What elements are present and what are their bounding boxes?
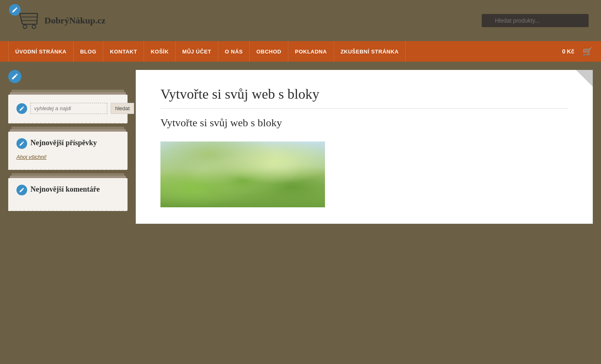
page-subtitle: Vytvořte si svůj web s bloky [160,117,568,129]
recent-posts-widget-stack: Nejnovější příspěvky Ahoj všichni! [8,132,128,170]
search-widget-card: hledat [8,95,128,123]
recent-post-link[interactable]: Ahoj všichni! [16,154,46,160]
svg-point-8 [32,25,36,29]
widget-pencil-badge-comments [16,185,27,195]
nav-items-list: ÚVODNÍ STRÁNKA BLOG KONTAKT KOŠÍK MŮJ ÚČ… [8,41,562,62]
widget-pencil-badge-posts [16,138,27,149]
pencil-icon-left [11,73,19,80]
logo-pencil-badge [9,4,21,16]
site-logo-text: DobrýNákup.cz [44,15,106,26]
pencil-icon-comments-widget [19,187,25,193]
nav-right-area: 0 Kč 🛒 [562,46,593,56]
recent-comments-title-row: Nejnovější komentáře [16,185,119,195]
header-search-wrapper: 🔍 [482,14,589,27]
nav-item-zkusebni[interactable]: ZKUŠEBNÍ STRÁNKA [334,41,406,62]
page-title: Vytvořte si svůj web s bloky [160,86,568,109]
main-content: Vytvořte si svůj web s bloky Vytvořte si… [136,70,593,224]
logo-area: DobrýNákup.cz [12,7,106,34]
painting-container [160,141,568,207]
painting-image [160,141,325,207]
recent-comments-widget-card: Nejnovější komentáře [8,178,128,211]
recent-posts-title-row: Nejnovější příspěvky [16,138,119,149]
nav-item-o-nas[interactable]: O NÁS [218,41,250,62]
svg-line-4 [37,14,38,24]
nav-item-pokladna[interactable]: POKLADNA [288,41,334,62]
logo-icon-wrapper [12,7,41,34]
recent-comments-widget-stack: Nejnovější komentáře [8,178,128,211]
nav-item-kontakt[interactable]: KONTAKT [103,41,144,62]
page-body: hledat Nejnovější příspěvky Ahoj všic [0,62,601,224]
nav-item-kosik[interactable]: KOŠÍK [144,41,176,62]
widget-pencil-badge-search [16,103,27,114]
search-widget-stack: hledat [8,95,128,123]
header-search-input[interactable] [482,14,589,27]
sidebar: hledat Nejnovější příspěvky Ahoj všic [8,70,128,224]
recent-posts-list: Ahoj všichni! [16,153,119,160]
recent-comments-title: Nejnovější komentáře [30,185,100,194]
pencil-icon-search-widget [19,106,25,111]
sidebar-search-input[interactable] [30,103,107,114]
nav-item-home[interactable]: ÚVODNÍ STRÁNKA [8,41,74,62]
search-widget: hledat [16,103,119,114]
svg-point-7 [23,25,27,29]
pencil-icon [12,7,18,13]
sidebar-search-button[interactable]: hledat [111,103,134,114]
recent-posts-widget-card: Nejnovější příspěvky Ahoj všichni! [8,132,128,170]
cart-nav-icon[interactable]: 🛒 [582,46,593,56]
main-navbar: ÚVODNÍ STRÁNKA BLOG KONTAKT KOŠÍK MŮJ ÚČ… [0,41,601,62]
pencil-icon-posts-widget [19,141,25,146]
painting-canvas [160,141,325,207]
left-pencil-badge [8,70,21,83]
nav-item-obchod[interactable]: OBCHOD [250,41,288,62]
cart-price: 0 Kč [562,48,574,55]
site-header: DobrýNákup.cz 🔍 [0,0,601,41]
nav-item-muj-ucet[interactable]: MŮJ ÚČET [176,41,218,62]
nav-item-blog[interactable]: BLOG [74,41,104,62]
recent-posts-title: Nejnovější příspěvky [30,138,97,148]
